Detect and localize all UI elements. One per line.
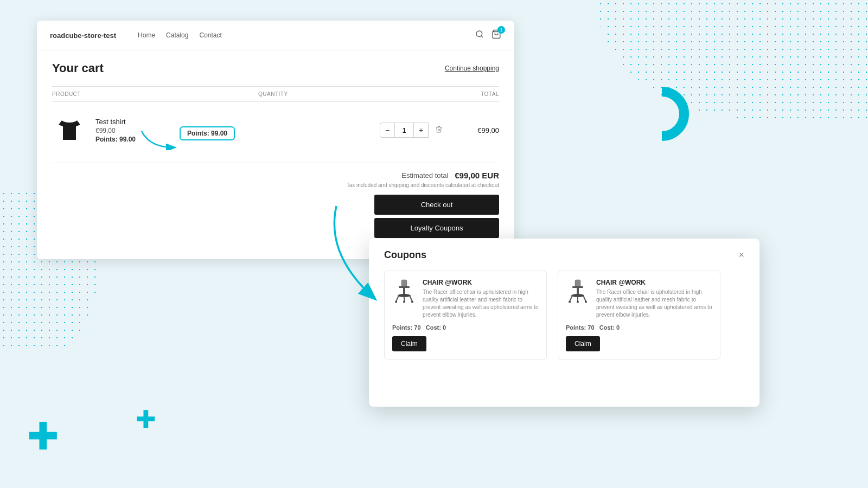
qty-controls: − + <box>380 123 456 138</box>
svg-point-20 <box>569 301 571 303</box>
svg-rect-15 <box>577 288 579 294</box>
coupon-desc-2: The Racer office chair is upholstered in… <box>596 288 712 319</box>
claim-button-2[interactable]: Claim <box>566 336 600 351</box>
cart-icon[interactable]: 1 <box>492 29 501 41</box>
coupon-top-2: CHAIR @WORK The Racer office chair is up… <box>566 279 712 319</box>
svg-point-0 <box>476 31 482 37</box>
nav-links: Home Catalog Contact <box>138 31 475 39</box>
svg-line-18 <box>583 296 586 301</box>
estimated-label: Estimated total <box>401 171 448 179</box>
modal-close-button[interactable]: × <box>738 249 744 261</box>
nav-icons: 1 <box>475 29 501 41</box>
cart-table-header: PRODUCT QUANTITY TOTAL <box>52 86 499 102</box>
svg-point-21 <box>585 301 587 303</box>
coupon-image-2 <box>566 279 590 303</box>
qty-increase-button[interactable]: + <box>413 123 429 138</box>
bg-plus-small-icon: ✚ <box>136 405 156 434</box>
cart-window: roadcube-store-test Home Catalog Contact… <box>37 21 514 259</box>
bg-circle-decoration <box>635 87 689 141</box>
coupon-card-2: CHAIR @WORK The Racer office chair is up… <box>558 271 720 359</box>
qty-input[interactable] <box>395 123 413 138</box>
bg-dots-decoration <box>597 0 868 119</box>
cart-count-badge: 1 <box>497 26 505 34</box>
modal-header: Coupons × <box>384 249 744 261</box>
col-product-header: PRODUCT <box>52 91 258 97</box>
col-total-header: TOTAL <box>334 91 499 97</box>
svg-point-11 <box>411 301 413 303</box>
coupons-modal: Coupons × <box>369 239 760 407</box>
coupons-grid: CHAIR @WORK The Racer office chair is up… <box>384 271 744 359</box>
qty-decrease-button[interactable]: − <box>380 123 395 138</box>
points-arrow-icon <box>139 129 182 150</box>
coupon-meta-1: Points: 70 Cost: 0 <box>392 324 539 331</box>
coupon-top-1: CHAIR @WORK The Racer office chair is up… <box>392 279 539 319</box>
tax-note: Tax included and shipping and discounts … <box>347 182 499 188</box>
svg-line-17 <box>570 296 572 301</box>
coupon-card-1: CHAIR @WORK The Racer office chair is up… <box>384 271 547 359</box>
search-icon[interactable] <box>475 30 484 41</box>
coupon-meta-2: Points: 70 Cost: 0 <box>566 324 712 331</box>
cart-summary: Estimated total €99,00 EUR Tax included … <box>52 163 499 238</box>
coupon-name-1: CHAIR @WORK <box>423 279 539 286</box>
svg-rect-13 <box>575 280 580 287</box>
svg-rect-14 <box>572 286 583 288</box>
coupon-info-1: CHAIR @WORK The Racer office chair is up… <box>423 279 539 319</box>
item-price: €99,00 <box>95 127 380 134</box>
item-total: €99,00 <box>456 126 499 134</box>
nav-bar: roadcube-store-test Home Catalog Contact… <box>37 21 514 50</box>
svg-line-8 <box>410 296 412 301</box>
nav-link-catalog[interactable]: Catalog <box>166 31 188 39</box>
nav-link-home[interactable]: Home <box>138 31 155 39</box>
claim-button-1[interactable]: Claim <box>392 336 426 351</box>
estimated-value: €99,00 EUR <box>455 171 499 180</box>
points-tooltip: Points: 99.00 <box>180 126 235 140</box>
bg-plus-large-icon: ✚ <box>27 418 59 455</box>
cart-title: Your cart <box>52 61 104 75</box>
continue-shopping-link[interactable]: Continue shopping <box>445 65 499 72</box>
cart-header: Your cart Continue shopping <box>52 61 499 75</box>
estimated-total: Estimated total €99,00 EUR <box>401 171 499 180</box>
cart-content: Your cart Continue shopping PRODUCT QUAN… <box>37 50 514 249</box>
cart-item: Test tshirt €99,00 Points: 99.00 Points:… <box>52 106 499 154</box>
item-points: Points: 99.00 <box>95 136 380 143</box>
col-quantity-header: QUANTITY <box>258 91 334 97</box>
delete-item-button[interactable] <box>435 125 443 135</box>
item-name: Test tshirt <box>95 118 380 126</box>
svg-line-1 <box>481 36 483 37</box>
item-image <box>52 113 87 147</box>
curved-arrow-decoration <box>320 201 407 309</box>
svg-point-22 <box>577 301 579 303</box>
nav-logo: roadcube-store-test <box>50 31 116 40</box>
coupon-desc-1: The Racer office chair is upholstered in… <box>423 288 539 319</box>
nav-link-contact[interactable]: Contact <box>199 31 221 39</box>
coupon-name-2: CHAIR @WORK <box>596 279 712 286</box>
item-info: Test tshirt €99,00 Points: 99.00 Points:… <box>95 118 380 143</box>
coupon-info-2: CHAIR @WORK The Racer office chair is up… <box>596 279 712 319</box>
